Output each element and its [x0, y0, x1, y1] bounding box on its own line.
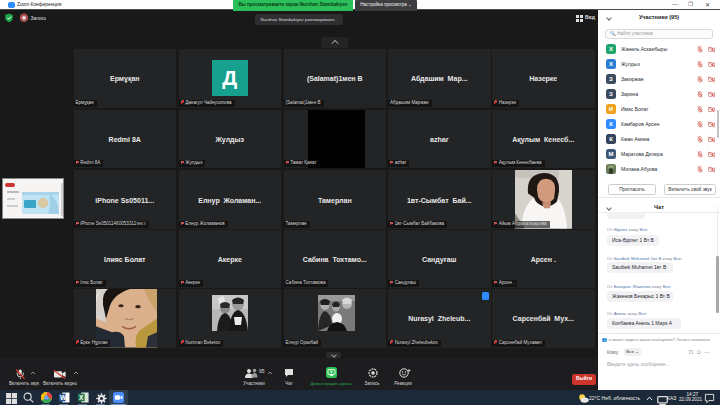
svg-text:W: W	[60, 394, 67, 401]
svg-text:95: 95	[259, 368, 265, 374]
svg-text:X: X	[79, 394, 84, 401]
svg-text:Запись: Запись	[31, 15, 47, 21]
